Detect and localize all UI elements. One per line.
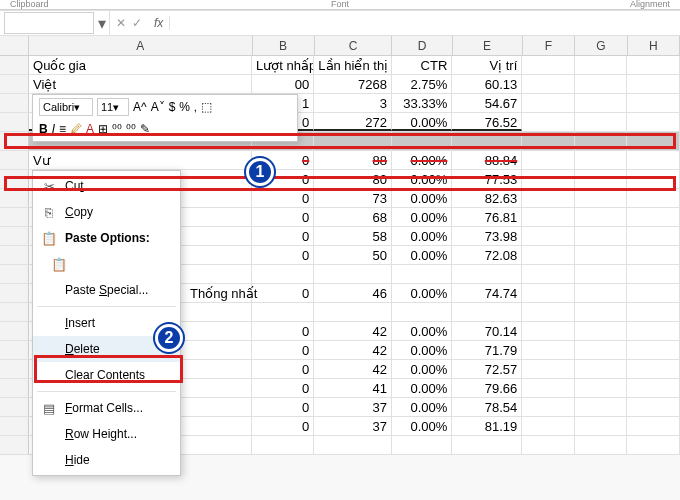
cell[interactable] xyxy=(522,322,575,340)
cell[interactable]: 80 xyxy=(314,170,392,188)
cell[interactable]: 0.00% xyxy=(392,322,452,340)
cell[interactable]: 41 xyxy=(314,379,392,397)
cell[interactable] xyxy=(522,151,575,169)
cell[interactable]: 0.00% xyxy=(392,284,452,302)
cell[interactable]: Quốc gia xyxy=(29,56,252,74)
cell[interactable] xyxy=(522,379,575,397)
cell[interactable] xyxy=(575,265,628,283)
cell[interactable] xyxy=(627,379,680,397)
cell[interactable] xyxy=(575,189,628,207)
ctx-copy[interactable]: ⎘ Copy xyxy=(33,199,180,225)
cell[interactable] xyxy=(314,303,392,321)
cell[interactable] xyxy=(627,75,680,93)
cell[interactable] xyxy=(522,398,575,416)
ctx-format-cells[interactable]: ▤ Format Cells... xyxy=(33,395,180,421)
cell[interactable]: 60.13 xyxy=(452,75,522,93)
cell[interactable]: 42 xyxy=(314,341,392,359)
shrink-font-icon[interactable]: A˅ xyxy=(151,100,165,114)
cell[interactable]: 33.33% xyxy=(392,94,452,112)
cell[interactable] xyxy=(627,246,680,264)
cell[interactable]: 72.08 xyxy=(452,246,522,264)
fill-color-icon[interactable]: 🖉 xyxy=(70,122,82,136)
col-header-G[interactable]: G xyxy=(575,36,627,55)
grow-font-icon[interactable]: A^ xyxy=(133,100,147,114)
cell[interactable] xyxy=(575,379,628,397)
cell[interactable] xyxy=(522,189,575,207)
cell[interactable]: 0.00% xyxy=(392,246,452,264)
cell[interactable] xyxy=(627,94,680,112)
cell[interactable]: Lượt nhấp xyxy=(252,56,314,74)
cell[interactable] xyxy=(627,208,680,226)
cell[interactable] xyxy=(627,151,680,169)
row-header[interactable] xyxy=(0,75,29,93)
cell[interactable] xyxy=(575,303,628,321)
cell[interactable]: 71.79 xyxy=(452,341,522,359)
row-header[interactable] xyxy=(0,322,29,340)
cell[interactable]: Việt xyxy=(29,75,252,93)
cell[interactable]: 50 xyxy=(314,246,392,264)
cell[interactable] xyxy=(452,303,522,321)
format-painter-icon[interactable]: ✎ xyxy=(140,122,150,136)
cell[interactable] xyxy=(627,436,680,454)
cell[interactable]: 0.00% xyxy=(392,189,452,207)
cell[interactable]: 68 xyxy=(314,208,392,226)
cell[interactable] xyxy=(252,303,314,321)
cell[interactable] xyxy=(522,132,575,150)
cell[interactable]: CTR xyxy=(392,56,452,74)
cell[interactable]: 272 xyxy=(314,113,392,131)
row-header[interactable] xyxy=(0,189,29,207)
col-header-B[interactable]: B xyxy=(253,36,315,55)
row-header[interactable] xyxy=(0,436,29,454)
cell[interactable] xyxy=(522,94,575,112)
cell[interactable] xyxy=(627,265,680,283)
cancel-formula-icon[interactable]: ✕ xyxy=(116,16,126,30)
row-header[interactable] xyxy=(0,341,29,359)
italic-icon[interactable]: I xyxy=(52,122,55,136)
cell[interactable]: Vị trí xyxy=(452,56,522,74)
cell[interactable]: 7268 xyxy=(314,75,392,93)
mini-font-name[interactable]: Calibri ▾ xyxy=(39,98,93,116)
row-header[interactable] xyxy=(0,170,29,188)
row-header[interactable] xyxy=(0,151,29,169)
cell[interactable] xyxy=(522,341,575,359)
row-header[interactable] xyxy=(0,284,29,302)
row-header[interactable] xyxy=(0,303,29,321)
cell[interactable] xyxy=(392,132,452,150)
row-header[interactable] xyxy=(0,379,29,397)
cell[interactable]: 82.63 xyxy=(452,189,522,207)
row-header[interactable] xyxy=(0,132,29,150)
cell[interactable]: 0 xyxy=(252,284,314,302)
cell[interactable] xyxy=(522,170,575,188)
cell[interactable] xyxy=(627,132,680,150)
font-color-icon[interactable]: A xyxy=(86,122,94,136)
col-header-A[interactable]: A xyxy=(29,36,252,55)
cell[interactable]: 46 xyxy=(314,284,392,302)
cell[interactable]: 0.00% xyxy=(392,398,452,416)
cell[interactable] xyxy=(575,284,628,302)
cell[interactable]: 0.00% xyxy=(392,113,452,131)
cell[interactable]: 0.00% xyxy=(392,341,452,359)
cell[interactable] xyxy=(627,341,680,359)
cell[interactable] xyxy=(392,265,452,283)
col-header-C[interactable]: C xyxy=(315,36,393,55)
increase-decimal-icon[interactable]: ⁰⁰ xyxy=(112,122,122,136)
row-header[interactable] xyxy=(0,208,29,226)
cell[interactable] xyxy=(575,132,628,150)
cell[interactable]: 0 xyxy=(252,341,314,359)
cell[interactable]: 0.00% xyxy=(392,170,452,188)
cell[interactable]: 0.00% xyxy=(392,208,452,226)
cell[interactable] xyxy=(452,265,522,283)
cell[interactable] xyxy=(575,170,628,188)
row-header[interactable] xyxy=(0,398,29,416)
cell[interactable] xyxy=(575,227,628,245)
name-box[interactable] xyxy=(4,12,94,34)
name-box-dropdown[interactable]: ▾ xyxy=(94,11,110,35)
cell[interactable] xyxy=(392,436,452,454)
cell[interactable] xyxy=(627,284,680,302)
cell[interactable] xyxy=(627,113,680,131)
row-header[interactable] xyxy=(0,417,29,435)
conditional-icon[interactable]: ⬚ xyxy=(201,100,212,114)
percent-icon[interactable]: % xyxy=(179,100,190,114)
cell[interactable]: 0 xyxy=(252,208,314,226)
cell[interactable]: Lần hiển thị xyxy=(314,56,392,74)
